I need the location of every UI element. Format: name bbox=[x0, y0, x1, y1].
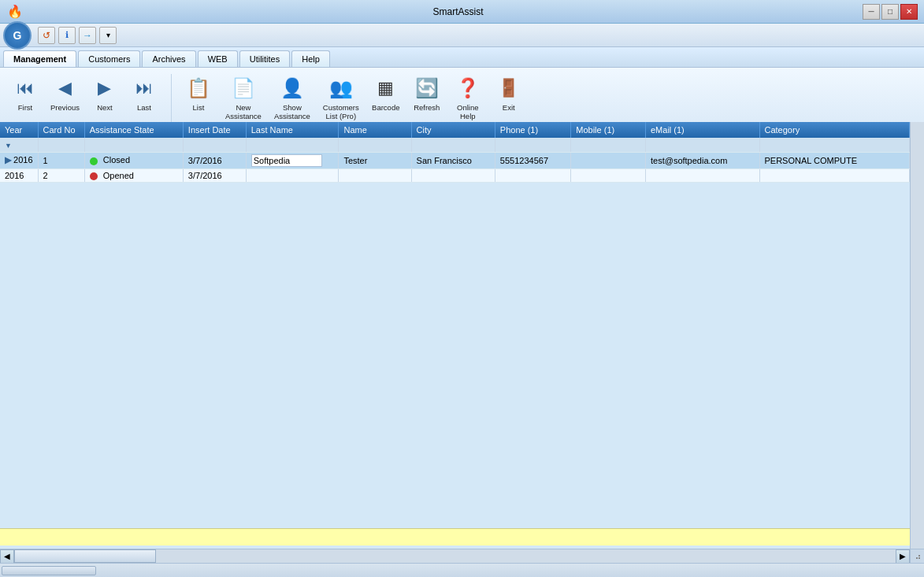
col-header-cardno[interactable]: Card No bbox=[38, 122, 84, 138]
cell-email1 bbox=[645, 168, 759, 182]
app-logo: G bbox=[3, 21, 32, 50]
filter-cell: ▼ bbox=[0, 138, 38, 152]
cell-city: San Francisco bbox=[411, 152, 495, 168]
filter-cell bbox=[38, 138, 84, 152]
nav-previous-button[interactable]: ◀ Previous bbox=[46, 71, 84, 126]
first-icon: ⏮ bbox=[11, 74, 39, 102]
filter-cell bbox=[645, 138, 759, 152]
nav-next-button[interactable]: ▶ Next bbox=[86, 71, 124, 126]
tab-customers[interactable]: Customers bbox=[78, 50, 140, 67]
filter-cell bbox=[339, 138, 411, 152]
action-barcode-button[interactable]: ▦ Barcode bbox=[367, 71, 405, 115]
action-list-button[interactable]: 📋 List bbox=[180, 71, 217, 115]
filter-row: ▼ bbox=[0, 138, 910, 152]
col-header-email[interactable]: eMail (1) bbox=[645, 122, 759, 138]
online-help-icon: ❓ bbox=[454, 74, 482, 102]
horizontal-scrollbar[interactable]: ◀ ▶ bbox=[0, 549, 910, 563]
cell-state: Closed bbox=[84, 152, 183, 168]
cell-insert-date: 3/7/2016 bbox=[183, 168, 246, 182]
nav-last-label: Last bbox=[137, 103, 151, 112]
ribbon: ⏮ First ◀ Previous ▶ Next ⏭ Last 📋 List … bbox=[0, 68, 924, 129]
cell-category: PERSONAL COMPUTE bbox=[759, 152, 910, 168]
status-bar bbox=[0, 563, 924, 577]
col-header-city[interactable]: City bbox=[411, 122, 495, 138]
app-icon-flame: 🔥 bbox=[6, 3, 24, 20]
new-assistance-label: NewAssistance bbox=[225, 103, 262, 121]
exit-icon: 🚪 bbox=[495, 74, 523, 102]
grid-header-row: Year Card No Assistance State Insert Dat… bbox=[0, 122, 910, 138]
scroll-left-button[interactable]: ◀ bbox=[0, 549, 14, 564]
nav-first-button[interactable]: ⏮ First bbox=[6, 71, 44, 126]
cell-mobile1 bbox=[571, 152, 646, 168]
nav-next-label: Next bbox=[97, 103, 113, 112]
maximize-button[interactable]: □ bbox=[881, 4, 899, 20]
toolbar-info-button[interactable]: ℹ bbox=[58, 27, 76, 44]
svg-rect-2 bbox=[918, 555, 920, 557]
filter-cell bbox=[84, 138, 183, 152]
tab-help[interactable]: Help bbox=[291, 50, 330, 67]
nav-previous-label: Previous bbox=[50, 103, 80, 112]
col-header-last-name[interactable]: Last Name bbox=[246, 122, 339, 138]
col-header-category[interactable]: Category bbox=[759, 122, 910, 138]
cell-category bbox=[759, 168, 910, 182]
new-assistance-icon: 📄 bbox=[229, 74, 258, 102]
action-new-assistance-button[interactable]: 📄 NewAssistance bbox=[221, 71, 266, 124]
col-header-state[interactable]: Assistance State bbox=[84, 122, 183, 138]
app-title: SmartAssist bbox=[54, 6, 863, 17]
col-header-name[interactable]: Name bbox=[339, 122, 411, 138]
window-controls: ─ □ ✕ bbox=[863, 4, 918, 20]
refresh-icon: 🔄 bbox=[413, 74, 441, 102]
filter-cell bbox=[411, 138, 495, 152]
cell-insert-date: 3/7/2016 bbox=[183, 152, 246, 168]
toolbar-forward-button[interactable]: → bbox=[79, 27, 96, 44]
nav-last-button[interactable]: ⏭ Last bbox=[125, 71, 163, 126]
tab-management[interactable]: Management bbox=[3, 50, 76, 67]
table-row[interactable]: 2016 2 Opened 3/7/2016 bbox=[0, 168, 910, 182]
svg-rect-0 bbox=[918, 557, 920, 559]
nav-first-label: First bbox=[18, 103, 32, 112]
cell-year: 2016 bbox=[13, 155, 32, 165]
col-header-mobile[interactable]: Mobile (1) bbox=[571, 122, 646, 138]
filter-cell bbox=[759, 138, 910, 152]
action-exit-button[interactable]: 🚪 Exit bbox=[490, 71, 528, 115]
cell-name: Tester bbox=[339, 152, 411, 168]
tab-archives[interactable]: Archives bbox=[142, 50, 195, 67]
resize-grip-icon bbox=[914, 553, 922, 560]
ribbon-nav-section: ⏮ First ◀ Previous ▶ Next ⏭ Last bbox=[6, 71, 163, 126]
cell-year: 2016 bbox=[0, 168, 38, 182]
vertical-scrollbar[interactable] bbox=[910, 122, 924, 563]
list-icon: 📋 bbox=[184, 74, 213, 102]
cell-city bbox=[411, 168, 495, 182]
main-content: Year Card No Assistance State Insert Dat… bbox=[0, 122, 910, 549]
scroll-right-button[interactable]: ▶ bbox=[896, 549, 910, 564]
show-assistance-icon: 👤 bbox=[278, 74, 306, 102]
tab-web[interactable]: WEB bbox=[198, 50, 238, 67]
status-opened-dot bbox=[90, 172, 98, 180]
next-icon: ▶ bbox=[91, 74, 119, 102]
filter-cell bbox=[571, 138, 646, 152]
col-header-insert-date[interactable]: Insert Date bbox=[183, 122, 246, 138]
previous-icon: ◀ bbox=[50, 74, 79, 102]
action-online-help-button[interactable]: ❓ OnlineHelp bbox=[449, 71, 487, 124]
customers-list-label: CustomersList (Pro) bbox=[323, 103, 359, 121]
status-bar-thumb bbox=[2, 566, 96, 575]
data-grid: Year Card No Assistance State Insert Dat… bbox=[0, 122, 910, 183]
scrollbar-corner bbox=[910, 549, 924, 563]
table-row[interactable]: ▶ 2016 1 Closed 3/7/2016 Softpedia Teste… bbox=[0, 152, 910, 168]
minimize-button[interactable]: ─ bbox=[863, 4, 880, 20]
close-button[interactable]: ✕ bbox=[900, 4, 918, 20]
col-header-phone[interactable]: Phone (1) bbox=[495, 122, 570, 138]
scroll-track-h[interactable] bbox=[14, 549, 896, 563]
cell-name bbox=[339, 168, 411, 182]
svg-rect-1 bbox=[916, 557, 918, 559]
scroll-thumb-h[interactable] bbox=[14, 549, 156, 563]
action-show-assistance-button[interactable]: 👤 ShowAssistance bbox=[269, 71, 315, 124]
col-header-year[interactable]: Year bbox=[0, 122, 38, 138]
tab-utilitites[interactable]: Utilitites bbox=[239, 50, 291, 67]
action-refresh-button[interactable]: 🔄 Refresh bbox=[408, 71, 446, 115]
action-customers-list-button[interactable]: 👥 CustomersList (Pro) bbox=[318, 71, 364, 124]
toolbar-back-button[interactable]: ↺ bbox=[38, 27, 55, 44]
toolbar-dropdown-button[interactable]: ▾ bbox=[99, 27, 117, 44]
bottom-status-panel bbox=[0, 528, 924, 546]
row-indicator-cell: ▶ 2016 bbox=[0, 152, 38, 168]
